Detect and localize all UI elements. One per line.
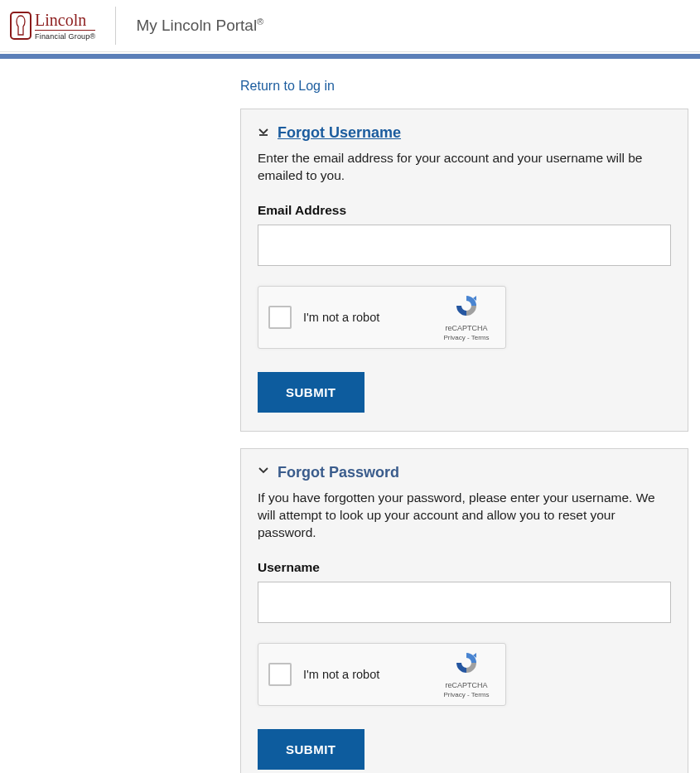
chevron-down-icon (258, 126, 278, 141)
recaptcha-widget-username: I'm not a robot reCAPTCHA Privacy - Term… (258, 286, 506, 349)
forgot-username-panel: Forgot Username Enter the email address … (240, 109, 688, 432)
recaptcha-icon (454, 293, 479, 321)
recaptcha-links[interactable]: Privacy - Terms (444, 334, 490, 341)
main-content: Return to Log in Forgot Username Enter t… (0, 59, 692, 773)
portal-title-text: My Lincoln Portal (136, 17, 257, 34)
submit-username-button[interactable]: SUBMIT (258, 372, 364, 413)
recaptcha-checkbox[interactable] (268, 306, 292, 329)
username-label: Username (258, 560, 671, 575)
logo-text: Lincoln Financial Group® (35, 12, 95, 41)
recaptcha-checkbox[interactable] (268, 663, 292, 686)
forgot-password-title: Forgot Password (278, 464, 399, 481)
portal-title: My Lincoln Portal® (136, 17, 263, 35)
recaptcha-label: I'm not a robot (303, 311, 437, 324)
forgot-username-header[interactable]: Forgot Username (258, 124, 671, 142)
forgot-username-title: Forgot Username (278, 124, 401, 142)
recaptcha-brand-text: reCAPTCHA (445, 324, 487, 332)
forgot-username-description: Enter the email address for your account… (258, 150, 671, 185)
recaptcha-brand: reCAPTCHA Privacy - Terms (437, 293, 495, 341)
chevron-down-icon (258, 465, 278, 480)
email-label: Email Address (258, 203, 671, 218)
recaptcha-label: I'm not a robot (303, 668, 437, 681)
logo[interactable]: Lincoln Financial Group® (10, 7, 116, 45)
return-to-login-link[interactable]: Return to Log in (240, 79, 335, 94)
portal-reg-mark: ® (257, 17, 263, 27)
recaptcha-brand: reCAPTCHA Privacy - Terms (437, 650, 495, 698)
username-field[interactable] (258, 582, 671, 623)
recaptcha-widget-password: I'm not a robot reCAPTCHA Privacy - Term… (258, 643, 506, 706)
logo-line2: Financial Group® (35, 33, 95, 41)
forgot-password-panel: Forgot Password If you have forgotten yo… (240, 448, 688, 773)
email-field[interactable] (258, 225, 671, 266)
header: Lincoln Financial Group® My Lincoln Port… (0, 0, 700, 52)
submit-password-button[interactable]: SUBMIT (258, 729, 364, 770)
lincoln-logo-icon (10, 12, 31, 40)
recaptcha-links[interactable]: Privacy - Terms (444, 691, 490, 698)
forgot-password-description: If you have forgotten your password, ple… (258, 490, 671, 542)
recaptcha-icon (454, 650, 479, 679)
recaptcha-brand-text: reCAPTCHA (445, 681, 487, 689)
forgot-password-header[interactable]: Forgot Password (258, 464, 671, 481)
logo-line1: Lincoln (35, 12, 95, 31)
